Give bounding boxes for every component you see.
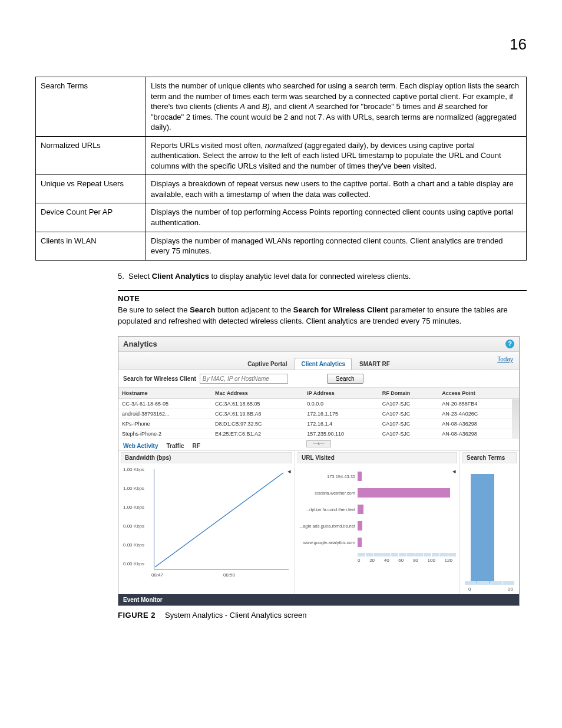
analytics-screenshot: Analytics ? Captive Portal Client Analyt…	[118, 336, 520, 606]
bandwidth-line	[154, 469, 289, 569]
page-number: 16	[510, 35, 527, 54]
term-device-count: Device Count Per AP	[36, 203, 146, 232]
desc-device-count: Displays the number of top performing Ac…	[146, 203, 527, 232]
note-block: NOTE Be sure to select the Search button…	[118, 290, 527, 327]
col-ip[interactable]: IP Address	[303, 388, 378, 399]
url-chart: 173.194.43.35 iosdata.weather.com ...rip…	[297, 466, 457, 580]
tab-client-analytics[interactable]: Client Analytics	[295, 358, 352, 370]
subtab-rf[interactable]: RF	[192, 443, 200, 449]
tab-captive-portal[interactable]: Captive Portal	[241, 358, 293, 370]
note-title: NOTE	[118, 294, 527, 305]
analytics-tabs: Captive Portal Client Analytics SMART RF…	[118, 352, 519, 370]
term-normalized-urls: Normalized URLs	[36, 136, 146, 175]
col-hostname[interactable]: Hostname	[118, 388, 211, 399]
search-terms-chart: 0 20	[462, 466, 517, 592]
figure-caption: FIGURE 2System Analytics - Client Analyt…	[118, 611, 527, 620]
sub-tabs: Web Activity Traffic RF —▴—	[118, 439, 519, 450]
table-row[interactable]: CC-3A-61-18-65-05CC:3A:61:18:65:050.0.0.…	[118, 399, 519, 409]
subtab-traffic[interactable]: Traffic	[166, 443, 184, 449]
mini-ticks	[358, 553, 456, 556]
col-mac[interactable]: Mac Address	[211, 388, 303, 399]
desc-search-terms: Lists the number of unique clients who s…	[146, 77, 527, 137]
term-search-terms: Search Terms	[36, 77, 146, 137]
today-link[interactable]: Today	[497, 356, 513, 363]
search-input[interactable]	[200, 374, 288, 384]
tab-smart-rf[interactable]: SMART RF	[353, 358, 396, 370]
url-title: URL Visited	[297, 452, 457, 463]
clients-table: Hostname Mac Address IP Address RF Domai…	[118, 388, 519, 439]
search-button[interactable]: Search	[327, 374, 363, 384]
search-label: Search for Wireless Client	[123, 375, 196, 382]
bandwidth-chart: 1.00 Kbps 1.00 Kbps 1.00 Kbps 0.00 Kbps …	[123, 466, 292, 578]
svg-line-0	[155, 473, 283, 567]
table-row[interactable]: Stephs-iPhone-2E4:25:E7:C6:B1:A2157.235.…	[118, 429, 519, 439]
col-ap[interactable]: Access Point	[438, 388, 512, 399]
bandwidth-title: Bandwidth (bps)	[121, 452, 292, 463]
step-5: 5. Select Client Analytics to display an…	[118, 271, 527, 282]
definitions-table: Search Terms Lists the number of unique …	[35, 77, 527, 261]
subtab-web-activity[interactable]: Web Activity	[123, 443, 158, 449]
desc-unique-repeat: Displays a breakdown of repeat versus ne…	[146, 175, 527, 203]
analytics-title: Analytics	[123, 340, 157, 348]
col-rfdomain[interactable]: RF Domain	[379, 388, 439, 399]
term-clients-wlan: Clients in WLAN	[36, 232, 146, 260]
table-row[interactable]: android-38793162...CC:3A:61:19:8B:A6172.…	[118, 409, 519, 419]
term-unique-repeat: Unique vs Repeat Users	[36, 175, 146, 203]
search-terms-panel: Search Terms 0 20	[460, 451, 519, 594]
event-monitor-bar[interactable]: Event Monitor	[118, 594, 519, 605]
desc-normalized-urls: Reports URLs visited most often, normali…	[146, 136, 527, 175]
url-visited-panel: URL Visited ◂ 173.194.43.35 iosdata.weat…	[295, 451, 460, 594]
bandwidth-panel: Bandwidth (bps) ◂ 1.00 Kbps 1.00 Kbps 1.…	[118, 451, 295, 594]
note-body: Be sure to select the Search button adja…	[118, 305, 527, 327]
help-icon[interactable]: ?	[505, 340, 514, 348]
scrollbar[interactable]	[512, 388, 519, 399]
desc-clients-wlan: Displays the number of managed WLANs rep…	[146, 232, 527, 260]
table-row[interactable]: KPs-iPhoneD8:D1:CB:97:32:5C172.16.1.4CA1…	[118, 419, 519, 429]
collapse-handle-icon[interactable]: —▴—	[306, 440, 331, 447]
search-terms-title: Search Terms	[462, 452, 517, 463]
search-terms-bar	[471, 474, 494, 584]
